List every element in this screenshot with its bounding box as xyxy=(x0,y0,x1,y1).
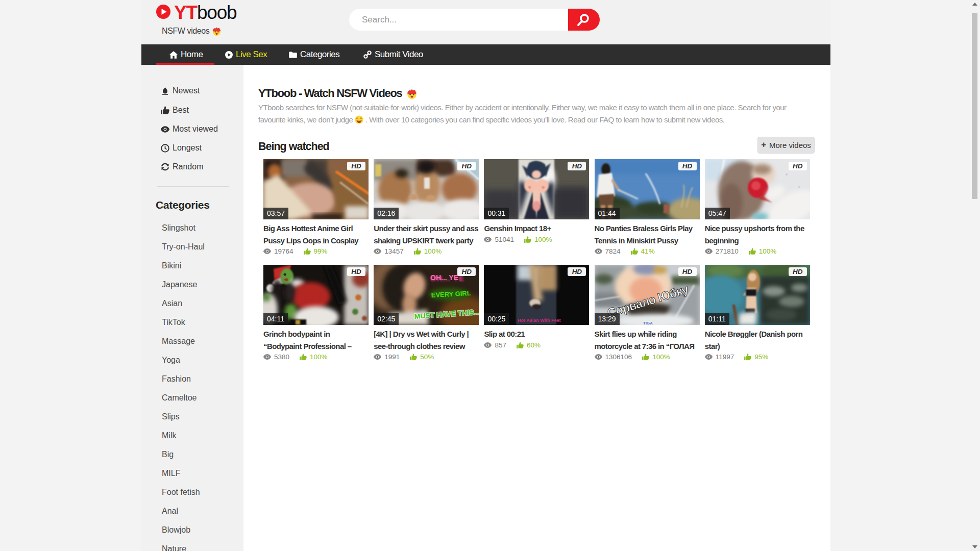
svg-text:OH... YE: OH... YE xyxy=(430,273,458,282)
svg-text:Hot Asian With Feet: Hot Asian With Feet xyxy=(518,318,561,323)
svg-text:TIGA: TIGA xyxy=(643,321,653,325)
